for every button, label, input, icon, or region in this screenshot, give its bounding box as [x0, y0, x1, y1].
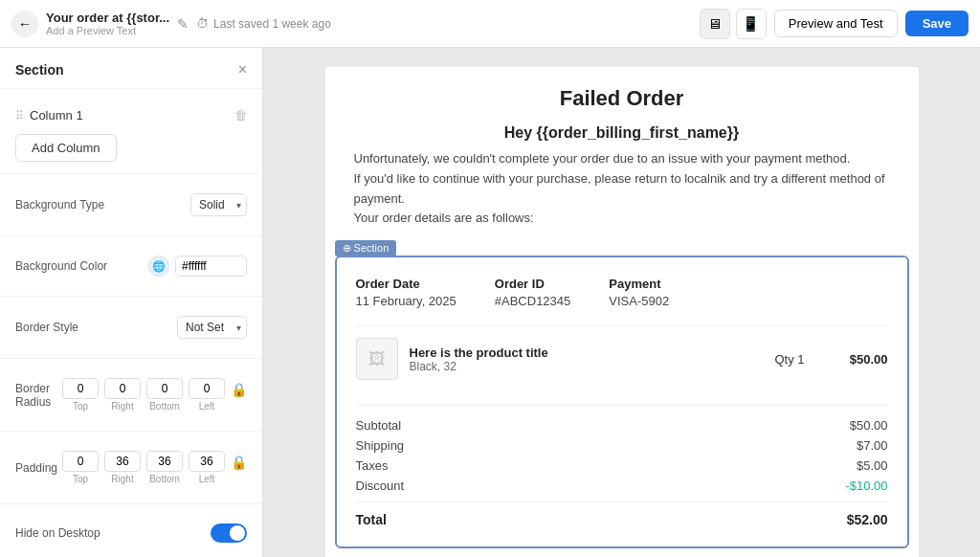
- section-badge[interactable]: ⊕ Section: [335, 240, 397, 256]
- order-item-row: 🖼 Here is the product title Black, 32 Qt…: [356, 325, 888, 391]
- order-date-label: Order Date: [356, 277, 457, 291]
- main-area: Section × ⠿ Column 1 🗑 Add Column Backgr…: [0, 48, 980, 557]
- email-body-line-1: Unfortunately, we couldn't complete your…: [354, 151, 851, 166]
- product-thumbnail: 🖼: [356, 338, 398, 380]
- right-content: Failed Order Hey {{order_billing_first_n…: [263, 48, 980, 557]
- order-payment-label: Payment: [609, 277, 669, 291]
- border-style-section: Border Style Not Set: [0, 297, 262, 359]
- order-id-col: Order ID #ABCD12345: [495, 277, 571, 308]
- column-name: Column 1: [30, 108, 83, 123]
- order-header-row: Order Date 11 February, 2025 Order ID #A…: [356, 277, 888, 308]
- email-container: Failed Order Hey {{order_billing_first_n…: [325, 67, 919, 557]
- preview-and-test-button[interactable]: Preview and Test: [774, 10, 898, 37]
- save-button[interactable]: Save: [905, 11, 969, 36]
- shipping-row: Shipping $7.00: [356, 435, 888, 456]
- save-status: ⏱ Last saved 1 week ago: [196, 16, 331, 31]
- background-color-label: Background Color: [15, 259, 107, 273]
- border-radius-section: Border Radius Top Right Bottom: [0, 359, 262, 432]
- background-type-select-wrapper[interactable]: Solid: [190, 193, 247, 216]
- border-style-select[interactable]: Not Set: [177, 316, 247, 339]
- border-radius-top-input[interactable]: [62, 378, 99, 399]
- taxes-label: Taxes: [356, 458, 389, 473]
- padding-right-wrap: Right: [104, 451, 141, 484]
- border-style-label: Border Style: [15, 321, 78, 334]
- panel-header: Section ×: [0, 48, 262, 89]
- padding-left-label: Left: [199, 474, 215, 484]
- order-payment-col: Payment VISA-5902: [609, 277, 669, 308]
- padding-left-input[interactable]: [189, 451, 225, 472]
- edit-icon[interactable]: ✎: [177, 16, 189, 32]
- background-color-section: Background Color 🌐: [0, 236, 262, 297]
- email-title: Failed Order: [354, 86, 890, 111]
- background-type-select[interactable]: Solid: [190, 193, 247, 216]
- padding-right-input[interactable]: [104, 451, 141, 472]
- padding-bottom-input[interactable]: [146, 451, 183, 472]
- topbar: ← Your order at {{stor... Add a Preview …: [0, 0, 980, 48]
- padding-group: Top Right Bottom Left 🔒: [62, 451, 247, 484]
- panel-close-button[interactable]: ×: [238, 61, 247, 78]
- panel-title: Section: [15, 62, 64, 78]
- topbar-title: Your order at {{stor... Add a Preview Te…: [46, 11, 169, 36]
- drag-handle-icon[interactable]: ⠿: [15, 109, 24, 123]
- mobile-view-button[interactable]: 📱: [736, 9, 767, 39]
- order-summary: Subtotal $50.00 Shipping $7.00 Taxes $5.…: [356, 405, 888, 527]
- padding-left-wrap: Left: [189, 451, 225, 484]
- total-row: Total $52.00: [356, 501, 888, 527]
- background-type-label: Background Type: [15, 198, 104, 212]
- border-radius-lock-icon[interactable]: 🔒: [231, 382, 247, 397]
- padding-right-label: Right: [111, 474, 133, 484]
- hide-desktop-section: Hide on Desktop: [0, 504, 262, 557]
- color-input[interactable]: [175, 256, 247, 277]
- order-date-value: 11 February, 2025: [356, 294, 457, 308]
- border-style-select-wrapper[interactable]: Not Set: [177, 316, 247, 339]
- background-type-section: Background Type Solid: [0, 174, 262, 236]
- border-radius-right-input[interactable]: [104, 378, 141, 399]
- pay-now-wrap: Pay Now: [325, 548, 919, 557]
- border-radius-top-wrap: Top: [62, 378, 99, 412]
- topbar-title-main: Your order at {{stor...: [46, 11, 169, 25]
- left-panel: Section × ⠿ Column 1 🗑 Add Column Backgr…: [0, 48, 263, 557]
- background-color-row: Background Color 🌐: [15, 248, 247, 284]
- email-header-area: Failed Order Hey {{order_billing_first_n…: [325, 67, 919, 238]
- add-column-button[interactable]: Add Column: [15, 134, 117, 162]
- padding-lock-icon[interactable]: 🔒: [231, 455, 247, 470]
- topbar-subtitle: Add a Preview Text: [46, 25, 169, 36]
- padding-bottom-label: Bottom: [149, 474, 180, 484]
- order-section: Order Date 11 February, 2025 Order ID #A…: [335, 256, 909, 548]
- shipping-value: $7.00: [857, 438, 888, 453]
- delete-column-icon[interactable]: 🗑: [234, 108, 247, 123]
- border-radius-left-wrap: Left: [189, 378, 225, 412]
- padding-row: Padding Top Right Bottom: [15, 443, 247, 492]
- order-date-col: Order Date 11 February, 2025: [356, 277, 457, 308]
- topbar-center: 🖥 📱: [700, 9, 767, 39]
- border-radius-bottom-label: Bottom: [149, 401, 180, 412]
- border-radius-bottom-input[interactable]: [146, 378, 183, 399]
- border-radius-left-input[interactable]: [189, 378, 225, 399]
- color-globe-icon[interactable]: 🌐: [148, 256, 169, 277]
- padding-bottom-wrap: Bottom: [146, 451, 183, 484]
- discount-label: Discount: [356, 479, 405, 493]
- shipping-label: Shipping: [356, 438, 405, 453]
- panel-column-section: ⠿ Column 1 🗑 Add Column: [0, 89, 262, 174]
- column-label: ⠿ Column 1: [15, 108, 83, 123]
- hide-desktop-toggle[interactable]: [211, 524, 247, 543]
- padding-top-wrap: Top: [62, 451, 99, 484]
- topbar-right: Preview and Test Save: [774, 10, 969, 37]
- email-body-text: Unfortunately, we couldn't complete your…: [354, 149, 890, 229]
- email-body-line-2: If you'd like to continue with your purc…: [354, 171, 885, 206]
- back-button[interactable]: ←: [11, 11, 38, 37]
- padding-label: Padding: [15, 461, 57, 475]
- desktop-view-button[interactable]: 🖥: [700, 9, 730, 39]
- total-value: $52.00: [847, 512, 888, 527]
- taxes-value: $5.00: [857, 458, 888, 473]
- padding-top-input[interactable]: [62, 451, 99, 472]
- product-title: Here is the product title: [410, 345, 764, 360]
- email-body-line-3: Your order details are as follows:: [354, 211, 534, 225]
- subtotal-row: Subtotal $50.00: [356, 415, 888, 435]
- hide-desktop-row: Hide on Desktop: [15, 516, 247, 550]
- product-price: $50.00: [835, 352, 888, 367]
- taxes-row: Taxes $5.00: [356, 456, 888, 476]
- section-badge-wrap: ⊕ Section: [325, 238, 919, 256]
- order-id-label: Order ID: [495, 277, 571, 291]
- border-radius-label: Border Radius: [15, 382, 62, 409]
